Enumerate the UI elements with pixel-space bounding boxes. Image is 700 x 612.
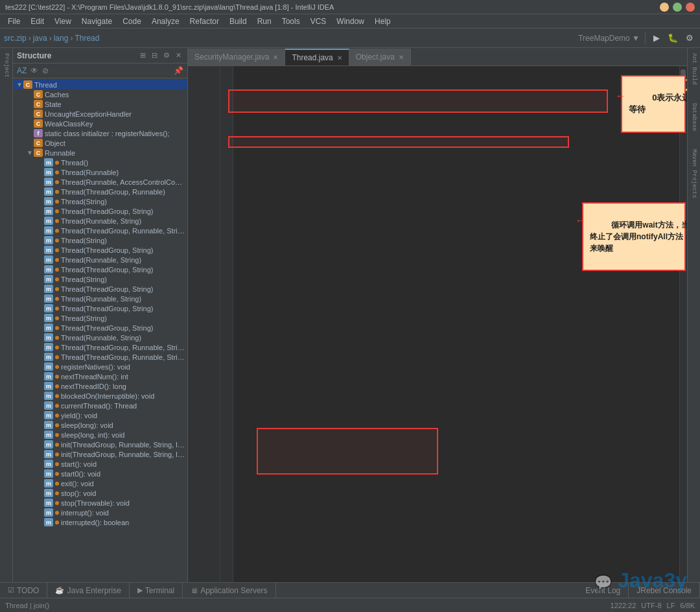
sidebar-tree-item[interactable]: msleep(long, int): void [13, 430, 187, 440]
sidebar-tree-item[interactable]: mnextThreadID(): long [13, 381, 187, 391]
sidebar-tree-item[interactable]: mstop(): void [13, 488, 187, 498]
breadcrumb-srzip[interactable]: src.zip [4, 34, 27, 43]
sidebar-filter-btn[interactable]: ⊘ [41, 65, 50, 76]
sidebar-tree-item[interactable]: mThread(ThreadGroup, String) [13, 265, 187, 274]
sidebar-tree-item[interactable]: mThread(ThreadGroup, String) [13, 303, 187, 313]
tab-thread[interactable]: Thread.java ✕ [285, 49, 349, 65]
sidebar-tree-item[interactable]: mThread(String) [13, 274, 187, 284]
tab-securitymanager-close[interactable]: ✕ [273, 54, 278, 61]
sidebar-tree-item[interactable]: mblockedOn(Interruptible): void [13, 391, 187, 401]
tab-object-close[interactable]: ✕ [399, 54, 404, 61]
sidebar-expand-btn[interactable]: ⊞ [138, 51, 148, 60]
sidebar-tree-item[interactable]: mThread(ThreadGroup, Runnable, String) [13, 226, 187, 235]
debug-button[interactable]: 🐛 [665, 32, 681, 44]
sidebar-tree-item[interactable]: mThread(ThreadGroup, String) [13, 206, 187, 216]
bottom-tab-jrebel[interactable]: JRebel Console [629, 583, 700, 598]
method-visibility-dot [55, 355, 59, 359]
menu-run[interactable]: Run [252, 14, 277, 29]
sidebar-tree-item[interactable]: CUncaughtExceptionHandler [13, 109, 187, 119]
menu-file[interactable]: File [3, 14, 25, 29]
sidebar-tree-item[interactable]: mThread(ThreadGroup, Runnable) [13, 187, 187, 196]
sidebar-tree-item[interactable]: minterrupt(): void [13, 508, 187, 517]
sidebar-sort-alpha-btn[interactable]: AZ [16, 65, 28, 76]
sidebar-tree-item[interactable]: minit(ThreadGroup, Runnable, String, lon… [13, 449, 187, 459]
sidebar-tree-item[interactable]: mThread(ThreadGroup, String) [13, 284, 187, 294]
sidebar-tree-item[interactable]: mregisterNatives(): void [13, 362, 187, 371]
maximize-button[interactable] [673, 3, 682, 12]
bottom-tab-java-enterprise[interactable]: ☕ Java Enterprise [47, 583, 129, 598]
sidebar-tree-item[interactable]: mThread(Runnable, String) [13, 255, 187, 265]
sidebar-tree-item[interactable]: mThread(Runnable, String) [13, 216, 187, 226]
sidebar-tree-item[interactable]: mnextThreadNum(): int [13, 371, 187, 381]
close-button[interactable] [686, 3, 695, 12]
menu-navigate[interactable]: Navigate [76, 14, 117, 29]
ant-build-icon[interactable]: Ant Build [690, 51, 698, 88]
menu-view[interactable]: View [49, 14, 76, 29]
sidebar-tree-item[interactable]: mThread(Runnable, String) [13, 294, 187, 303]
code-content[interactable]: 0表示永远等待 ← 循环调用wait方法，当线程终止了会调用notifyAll方… [233, 66, 679, 582]
menu-code[interactable]: Code [117, 14, 146, 29]
sidebar-tree-item[interactable]: ▼CRunnable [13, 148, 187, 158]
window-controls[interactable] [660, 3, 695, 12]
sidebar-tree-item[interactable]: minit(ThreadGroup, Runnable, String, lon… [13, 440, 187, 449]
project-panel-icon[interactable]: Project [3, 51, 10, 80]
bottom-tabs: ☑ TODO ☕ Java Enterprise ▶ Terminal 🖥 Ap… [0, 582, 700, 598]
menu-edit[interactable]: Edit [25, 14, 49, 29]
bottom-tab-eventlog[interactable]: Event Log [578, 583, 629, 598]
sidebar-tree-item[interactable]: CObject [13, 138, 187, 148]
scrollbar-minimap[interactable] [679, 66, 687, 582]
menu-help[interactable]: Help [369, 14, 396, 29]
tab-securitymanager[interactable]: SecurityManager.java ✕ [188, 49, 285, 65]
breadcrumb-lang[interactable]: lang [54, 34, 69, 43]
breadcrumb-thread[interactable]: Thread [75, 34, 99, 43]
sidebar-tree-item[interactable]: mThread(Runnable) [13, 167, 187, 177]
menu-tools[interactable]: Tools [277, 14, 305, 29]
tree-label: WeakClassKey [45, 120, 93, 128]
tab-thread-close[interactable]: ✕ [337, 54, 342, 62]
sidebar-tree-item[interactable]: CState [13, 99, 187, 109]
breadcrumb-java[interactable]: java [33, 34, 47, 43]
run-button[interactable]: ▶ [651, 32, 662, 44]
sidebar-tree-item[interactable]: mstart(): void [13, 459, 187, 469]
sidebar-tree-item[interactable]: mThread(ThreadGroup, Runnable, String) [13, 342, 187, 352]
sidebar-tree-item[interactable]: mThread() [13, 158, 187, 167]
menu-analyze[interactable]: Analyze [146, 14, 185, 29]
sidebar-settings-btn[interactable]: ⚙ [161, 51, 172, 60]
sidebar-tree-item[interactable]: mThread(ThreadGroup, Runnable, String, l… [13, 352, 187, 362]
sidebar-tree-item[interactable]: mThread(Runnable, AccessControlContext) [13, 177, 187, 187]
sidebar-tree-item[interactable]: fstatic class initializer : registerNati… [13, 128, 187, 138]
sidebar-pin-btn[interactable]: 📌 [172, 65, 185, 76]
bottom-tab-todo[interactable]: ☑ TODO [0, 583, 47, 598]
database-icon[interactable]: Database [690, 100, 698, 134]
sidebar-tree-item[interactable]: myield(): void [13, 410, 187, 420]
sidebar-collapse-btn[interactable]: ⊟ [150, 51, 159, 60]
sidebar-tree-item[interactable]: mThread(String) [13, 313, 187, 323]
sidebar-tree-item[interactable]: mstart0(): void [13, 469, 187, 478]
menu-build[interactable]: Build [224, 14, 252, 29]
bottom-tab-appserver[interactable]: 🖥 Application Servers [183, 583, 275, 598]
sidebar-tree-item[interactable]: minterrupted(): boolean [13, 517, 187, 527]
settings-button[interactable]: ⚙ [683, 32, 696, 44]
sidebar-visibility-btn[interactable]: 👁 [29, 65, 40, 76]
sidebar-tree-item[interactable]: mThread(ThreadGroup, String) [13, 323, 187, 333]
menu-refactor[interactable]: Refactor [185, 14, 224, 29]
sidebar-tree-item[interactable]: mThread(Runnable, String) [13, 333, 187, 342]
maven-icon[interactable]: Maven Projects [690, 147, 698, 201]
sidebar-tree-item[interactable]: mstop(Throwable): void [13, 498, 187, 508]
minimize-button[interactable] [660, 3, 669, 12]
sidebar-tree-item[interactable]: mThread(String) [13, 235, 187, 245]
menu-window[interactable]: Window [331, 14, 369, 29]
sidebar-tree-item[interactable]: mThread(String) [13, 196, 187, 206]
sidebar-tree-item[interactable]: mexit(): void [13, 478, 187, 488]
sidebar-tree-item[interactable]: msleep(long): void [13, 420, 187, 430]
code-editor[interactable]: 0表示永远等待 ← 循环调用wait方法，当线程终止了会调用notifyAll方… [188, 66, 687, 582]
sidebar-tree-item[interactable]: CWeakClassKey [13, 119, 187, 128]
sidebar-tree-item[interactable]: CCaches [13, 89, 187, 99]
sidebar-tree-item[interactable]: ▼CThread [13, 80, 187, 89]
menu-vcs[interactable]: VCS [305, 14, 332, 29]
sidebar-tree-item[interactable]: mcurrentThread(): Thread [13, 401, 187, 410]
bottom-tab-terminal[interactable]: ▶ Terminal [130, 583, 183, 598]
tab-object[interactable]: Object.java ✕ [349, 49, 411, 65]
sidebar-tree-item[interactable]: mThread(ThreadGroup, String) [13, 245, 187, 255]
sidebar-close-btn[interactable]: ✕ [174, 51, 183, 60]
